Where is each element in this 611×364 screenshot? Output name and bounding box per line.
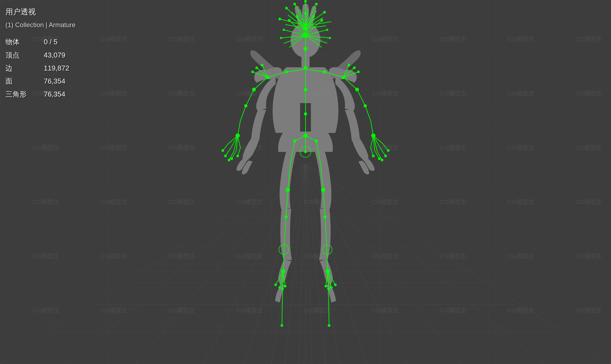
svg-point-67 [288, 19, 291, 22]
svg-point-72 [326, 29, 328, 31]
value-triangles: 76,354 [44, 88, 75, 100]
svg-point-109 [255, 66, 258, 69]
svg-point-78 [315, 3, 318, 5]
svg-point-198 [323, 70, 326, 74]
svg-point-134 [378, 157, 381, 160]
svg-point-175 [323, 215, 327, 219]
svg-line-119 [365, 106, 371, 121]
svg-point-79 [323, 11, 326, 14]
svg-line-87 [246, 90, 254, 106]
stats-overlay: 用户透视 (1) Collection | Armature 物体 0 / 5 … [5, 5, 75, 100]
svg-line-88 [240, 106, 246, 121]
svg-point-200 [315, 139, 318, 143]
svg-point-114 [236, 133, 240, 138]
svg-point-197 [285, 70, 288, 74]
svg-point-81 [278, 18, 281, 20]
svg-point-108 [251, 71, 254, 73]
svg-point-133 [381, 159, 383, 161]
svg-point-82 [303, 26, 308, 31]
svg-point-113 [244, 104, 247, 107]
svg-point-103 [230, 157, 233, 160]
svg-point-156 [286, 188, 290, 192]
svg-point-186 [304, 151, 307, 153]
svg-point-71 [320, 19, 323, 22]
svg-point-139 [357, 71, 360, 73]
svg-point-75 [280, 37, 282, 39]
svg-point-192 [304, 112, 307, 116]
svg-point-102 [228, 159, 230, 161]
svg-point-202 [328, 324, 330, 327]
svg-point-145 [371, 133, 375, 138]
svg-line-127 [380, 148, 386, 156]
value-edges: 119,872 [44, 62, 75, 74]
svg-point-183 [327, 288, 330, 290]
svg-line-120 [371, 121, 373, 136]
svg-point-101 [224, 155, 227, 157]
viewport-subtitle: (1) Collection | Armature [5, 20, 75, 31]
svg-point-144 [364, 104, 367, 107]
svg-point-131 [387, 149, 390, 152]
value-faces: 76,354 [44, 75, 75, 87]
svg-point-69 [304, 12, 307, 15]
svg-point-104 [236, 155, 239, 157]
svg-point-166 [284, 285, 287, 288]
stats-table: 物体 0 / 5 顶点 43,079 边 119,872 面 76,354 三角… [5, 36, 75, 100]
svg-point-181 [334, 283, 337, 286]
svg-point-194 [304, 47, 307, 51]
svg-line-173 [329, 298, 329, 325]
svg-point-74 [283, 29, 285, 31]
value-vertices: 43,079 [44, 49, 75, 61]
svg-line-155 [282, 298, 282, 325]
svg-point-148 [303, 133, 308, 138]
svg-point-163 [274, 283, 277, 286]
svg-point-111 [266, 75, 269, 79]
label-triangles: 三角形 [5, 88, 33, 100]
label-faces: 面 [5, 75, 33, 87]
svg-point-182 [330, 286, 333, 289]
svg-point-164 [278, 286, 281, 289]
svg-line-118 [357, 90, 365, 106]
viewport-title: 用户透视 [5, 5, 75, 18]
label-objects: 物体 [5, 36, 33, 48]
svg-point-77 [304, 0, 307, 3]
character-armature-svg [183, 0, 428, 364]
svg-point-76 [293, 3, 296, 5]
svg-point-80 [285, 7, 288, 9]
value-objects: 0 / 5 [44, 36, 75, 48]
svg-point-112 [252, 88, 256, 91]
svg-point-143 [355, 88, 359, 91]
svg-point-73 [329, 37, 331, 39]
svg-point-142 [342, 75, 345, 79]
svg-point-174 [321, 188, 325, 192]
svg-point-141 [348, 64, 350, 66]
svg-line-89 [238, 121, 240, 136]
svg-point-191 [304, 88, 307, 91]
svg-line-96 [225, 148, 231, 156]
label-vertices: 顶点 [5, 49, 33, 61]
svg-point-157 [284, 215, 288, 219]
svg-point-165 [281, 288, 284, 290]
label-edges: 边 [5, 62, 33, 74]
svg-point-100 [221, 149, 224, 152]
svg-point-68 [296, 15, 299, 18]
svg-point-184 [324, 285, 327, 288]
svg-point-135 [372, 155, 375, 157]
svg-point-199 [293, 139, 296, 143]
svg-point-201 [281, 324, 283, 327]
svg-point-140 [353, 66, 356, 69]
svg-point-70 [312, 15, 315, 18]
svg-point-110 [261, 64, 263, 66]
svg-point-132 [384, 155, 387, 157]
